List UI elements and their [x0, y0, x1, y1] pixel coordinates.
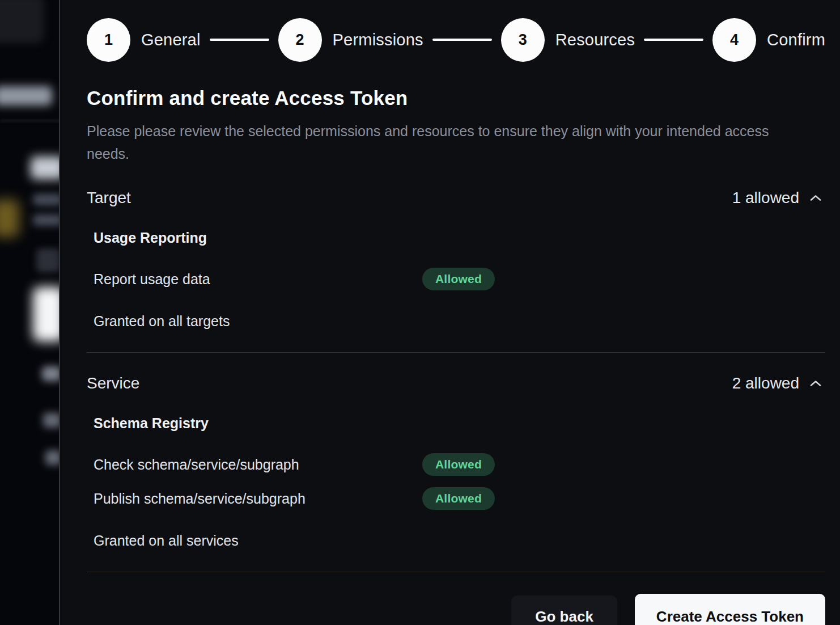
chevron-up-icon [808, 378, 823, 389]
blurred-icon [36, 248, 60, 272]
blurred-text-line [45, 450, 60, 465]
step-number-circle: 3 [501, 18, 545, 62]
permission-row: Check schema/service/subgraph Allowed [94, 451, 825, 478]
section-collapse-toggle[interactable]: 2 allowed [730, 374, 825, 392]
section-service: Service 2 allowed Schema Registry Check … [87, 374, 825, 572]
step-connector [644, 39, 703, 41]
create-access-token-modal: 1 General 2 Permissions 3 Resources 4 Co… [60, 0, 840, 625]
blurred-text-line [43, 413, 60, 428]
step-resources[interactable]: 3 Resources [501, 18, 635, 62]
blurred-accent-shape [0, 200, 19, 237]
group-heading: Usage Reporting [94, 230, 825, 246]
section-header: Target 1 allowed [87, 189, 825, 207]
step-label: Confirm [767, 31, 825, 49]
blurred-divider [0, 120, 60, 121]
permission-group: Schema Registry Check schema/service/sub… [87, 415, 825, 512]
go-back-button[interactable]: Go back [511, 596, 617, 625]
step-label: General [141, 31, 201, 49]
allowed-count: 2 allowed [732, 374, 799, 392]
modal-footer: Go back Create Access Token [87, 594, 825, 625]
section-title: Target [87, 189, 131, 207]
status-badge: Allowed [422, 268, 495, 290]
section-divider [87, 352, 825, 353]
step-connector [432, 39, 492, 41]
step-label: Resources [555, 31, 635, 49]
permission-row: Report usage data Allowed [94, 265, 825, 293]
step-connector [210, 39, 269, 41]
step-permissions[interactable]: 2 Permissions [278, 18, 423, 62]
section-collapse-toggle[interactable]: 1 allowed [730, 189, 825, 207]
step-label: Permissions [333, 31, 423, 49]
step-number-circle: 1 [87, 18, 130, 62]
section-header: Service 2 allowed [87, 374, 825, 392]
blurred-text-line [33, 194, 60, 205]
wizard-stepper: 1 General 2 Permissions 3 Resources 4 Co… [87, 18, 825, 62]
modal-left-border [59, 0, 60, 625]
chevron-up-icon [808, 192, 823, 204]
page-description: Please please review the selected permis… [87, 120, 784, 165]
section-target: Target 1 allowed Usage Reporting Report … [87, 189, 825, 353]
blurred-page-heading [31, 157, 60, 179]
status-badge: Allowed [422, 453, 495, 476]
step-number-circle: 2 [278, 18, 322, 62]
blurred-white-card [33, 287, 60, 341]
permission-group: Usage Reporting Report usage data Allowe… [87, 230, 825, 293]
permission-label: Report usage data [94, 271, 422, 288]
allowed-count: 1 allowed [732, 189, 799, 207]
step-confirm[interactable]: 4 Confirm [712, 18, 825, 62]
blurred-nav-item [0, 86, 52, 105]
section-divider [87, 572, 825, 572]
create-access-token-button[interactable]: Create Access Token [635, 594, 825, 625]
permission-label: Check schema/service/subgraph [94, 457, 422, 473]
section-footnote: Granted on all services [87, 533, 825, 549]
permission-label: Publish schema/service/subgraph [94, 491, 422, 507]
section-title: Service [87, 374, 139, 392]
status-badge: Allowed [422, 487, 495, 510]
step-general[interactable]: 1 General [87, 18, 201, 62]
page-title: Confirm and create Access Token [87, 87, 825, 109]
step-number-circle: 4 [712, 18, 756, 62]
group-heading: Schema Registry [94, 415, 825, 432]
blurred-text-line [33, 214, 60, 226]
blurred-text-line [42, 366, 60, 381]
section-footnote: Granted on all targets [87, 313, 825, 330]
permission-row: Publish schema/service/subgraph Allowed [94, 485, 825, 512]
blurred-app-logo [0, 0, 44, 43]
background-page-blurred [0, 0, 60, 625]
